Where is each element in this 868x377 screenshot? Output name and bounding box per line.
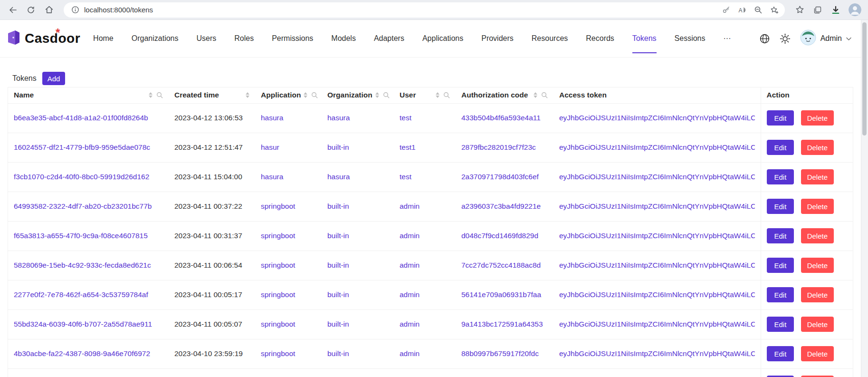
column-header-organization[interactable]: Organization	[322, 87, 394, 103]
token-name-link[interactable]: 55bd324a-6039-40f6-b707-2a55d78ae911	[14, 320, 152, 328]
delete-button[interactable]: Delete	[801, 317, 834, 332]
admin-name[interactable]: Admin	[820, 34, 842, 43]
edit-button[interactable]: Edit	[767, 140, 794, 155]
sort-icons[interactable]	[246, 92, 249, 98]
download-icon[interactable]	[828, 2, 844, 18]
token-name-link[interactable]: 16024557-df21-4779-bfb9-959e5dae078c	[14, 143, 150, 151]
token-application-link[interactable]: hasura	[261, 173, 283, 181]
token-access-token-link[interactable]: eyJhbGciOiJSUzI1NiIsImtpZCI6ImNlcnQtYnVp…	[559, 114, 755, 122]
sort-icons[interactable]	[304, 92, 307, 98]
column-search-icon[interactable]	[156, 92, 163, 98]
sort-icons[interactable]	[534, 92, 537, 98]
nav-item-records[interactable]: Records	[577, 20, 623, 57]
edit-button[interactable]: Edit	[767, 169, 794, 184]
scrollbar-thumb[interactable]	[862, 22, 867, 135]
collections-icon[interactable]	[810, 2, 826, 18]
token-access-token-link[interactable]: eyJhbGciOiJSUzI1NiIsImtpZCI6ImNlcnQtYnVp…	[559, 320, 755, 329]
token-authorization-code-link[interactable]: d048c7f9cd1469fd829d	[461, 232, 538, 240]
token-organization-link[interactable]: hasura	[327, 173, 350, 181]
token-access-token-link[interactable]: eyJhbGciOiJSUzI1NiIsImtpZCI6ImNlcnQtYnVp…	[559, 290, 755, 299]
token-organization-link[interactable]: built-in	[327, 349, 349, 358]
token-user-link[interactable]: admin	[400, 202, 420, 210]
nav-item-home[interactable]: Home	[84, 20, 123, 57]
sort-icons[interactable]	[149, 92, 153, 98]
nav-item-sessions[interactable]: Sessions	[666, 20, 715, 57]
delete-button[interactable]: Delete	[801, 110, 834, 126]
delete-button[interactable]: Delete	[801, 258, 834, 273]
token-name-link[interactable]: 2277e0f2-7e78-462f-a654-3c53759784af	[14, 290, 148, 299]
token-user-link[interactable]: admin	[400, 261, 420, 269]
token-application-link[interactable]: springboot	[261, 320, 295, 328]
token-application-link[interactable]: springboot	[261, 261, 295, 269]
token-name-link[interactable]: 4b30acbe-fa22-4387-8098-9a46e70f6972	[14, 349, 150, 358]
nav-item-providers[interactable]: Providers	[472, 20, 523, 57]
column-search-icon[interactable]	[383, 92, 390, 98]
edit-button[interactable]: Edit	[767, 287, 794, 302]
address-bar[interactable]: localhost:8000/tokens A	[64, 2, 785, 18]
column-header-user[interactable]: User	[394, 87, 456, 103]
zoom-out-icon[interactable]	[751, 2, 766, 18]
delete-button[interactable]: Delete	[801, 140, 834, 155]
token-application-link[interactable]: hasur	[261, 143, 279, 151]
token-authorization-code-link[interactable]: 2879fbc282019cf7f23c	[461, 143, 536, 151]
add-favorite-icon[interactable]	[767, 2, 782, 18]
token-organization-link[interactable]: built-in	[327, 261, 349, 269]
nav-item-organizations[interactable]: Organizations	[123, 20, 188, 57]
edit-button[interactable]: Edit	[767, 258, 794, 273]
token-organization-link[interactable]: built-in	[327, 202, 349, 210]
site-info-icon[interactable]	[70, 2, 80, 18]
column-header-authorization-code[interactable]: Authorization code	[456, 87, 553, 103]
column-search-icon[interactable]	[311, 92, 318, 98]
token-access-token-link[interactable]: eyJhbGciOiJSUzI1NiIsImtpZCI6ImNlcnQtYnVp…	[559, 202, 755, 211]
column-header-created-time[interactable]: Created time	[169, 87, 255, 103]
nav-item-permissions[interactable]: Permissions	[263, 20, 322, 57]
password-key-icon[interactable]	[718, 2, 734, 18]
token-organization-link[interactable]: built-in	[327, 320, 349, 328]
edit-button[interactable]: Edit	[767, 346, 794, 361]
token-application-link[interactable]: springboot	[261, 349, 295, 358]
token-access-token-link[interactable]: eyJhbGciOiJSUzI1NiIsImtpZCI6ImNlcnQtYnVp…	[559, 349, 755, 358]
edit-button[interactable]: Edit	[767, 110, 794, 126]
back-button[interactable]	[5, 2, 21, 18]
column-search-icon[interactable]	[443, 92, 450, 98]
token-organization-link[interactable]: built-in	[327, 143, 349, 151]
edit-button[interactable]: Edit	[767, 317, 794, 332]
sort-icons[interactable]	[375, 92, 379, 98]
nav-item-applications[interactable]: Applications	[413, 20, 472, 57]
nav-item-tokens[interactable]: Tokens	[623, 20, 666, 57]
sort-icons[interactable]	[436, 92, 439, 98]
token-user-link[interactable]: test	[400, 114, 411, 122]
token-application-link[interactable]: springboot	[261, 232, 295, 240]
token-access-token-link[interactable]: eyJhbGciOiJSUzI1NiIsImtpZCI6ImNlcnQtYnVp…	[559, 261, 755, 270]
edit-button[interactable]: Edit	[767, 228, 794, 243]
url-text[interactable]: localhost:8000/tokens	[84, 6, 714, 14]
favorites-icon[interactable]	[792, 2, 808, 18]
nav-item-adapters[interactable]: Adapters	[365, 20, 413, 57]
refresh-button[interactable]	[23, 2, 39, 18]
column-search-icon[interactable]	[541, 92, 548, 98]
nav-item-users[interactable]: Users	[187, 20, 225, 57]
token-authorization-code-link[interactable]: 433b504b4f6a593e4a11	[461, 114, 541, 122]
token-access-token-link[interactable]: eyJhbGciOiJSUzI1NiIsImtpZCI6ImNlcnQtYnVp…	[559, 143, 755, 152]
token-access-token-link[interactable]: eyJhbGciOiJSUzI1NiIsImtpZCI6ImNlcnQtYnVp…	[559, 173, 755, 181]
token-user-link[interactable]: admin	[400, 349, 420, 358]
token-user-link[interactable]: admin	[400, 290, 420, 299]
token-application-link[interactable]: hasura	[261, 114, 283, 122]
home-button[interactable]	[41, 2, 57, 18]
token-authorization-code-link[interactable]: a2396037c3ba4fd9221e	[461, 202, 541, 210]
token-organization-link[interactable]: hasura	[327, 114, 350, 122]
token-name-link[interactable]: f3cb1070-c2d4-40f0-8bc0-59919d26d162	[14, 173, 149, 181]
nav-item-resources[interactable]: Resources	[523, 20, 577, 57]
column-header-name[interactable]: Name	[8, 87, 169, 103]
theme-sun-icon[interactable]	[780, 33, 791, 44]
token-application-link[interactable]: springboot	[261, 290, 295, 299]
page-scrollbar[interactable]	[861, 20, 868, 377]
column-header-application[interactable]: Application	[255, 87, 322, 103]
token-authorization-code-link[interactable]: 2a370971798d403fc6ef	[461, 173, 539, 181]
token-authorization-code-link[interactable]: 9a1413bc172591a64353	[461, 320, 543, 328]
token-name-link[interactable]: b6ea3e35-abcf-41d8-a1a2-01f00fd8264b	[14, 114, 148, 122]
nav-item-more[interactable]: ···	[714, 20, 740, 57]
token-user-link[interactable]: admin	[400, 232, 420, 240]
token-authorization-code-link[interactable]: 56141e709a06931b7faa	[461, 290, 541, 299]
add-button[interactable]: Add	[42, 72, 66, 85]
